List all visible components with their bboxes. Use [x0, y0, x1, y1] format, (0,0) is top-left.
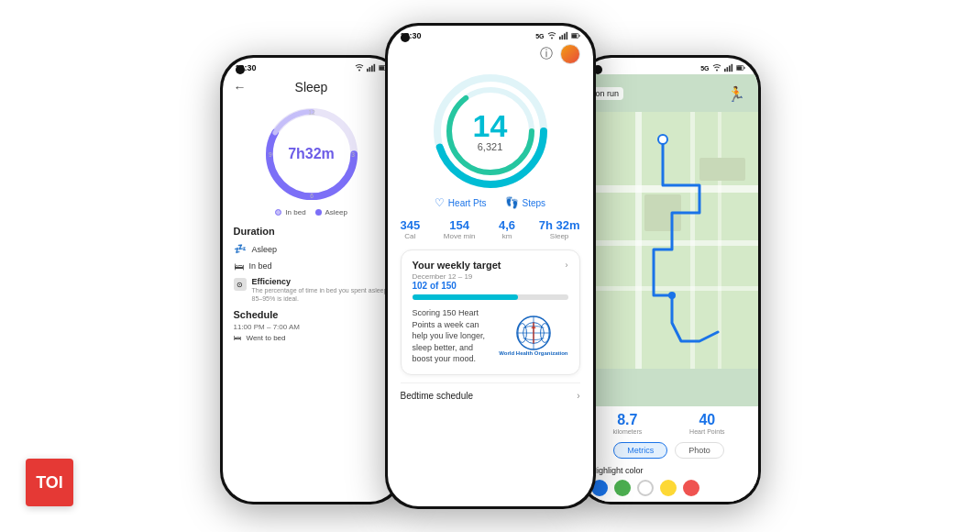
right-wifi-icon	[712, 63, 721, 72]
schedule-section-title: Schedule	[234, 309, 390, 320]
svg-rect-6	[379, 66, 384, 70]
sleep-time-overlay: 7h32m	[288, 146, 335, 162]
bedtime-chevron-icon: ›	[577, 391, 579, 401]
swatch-white[interactable]	[637, 480, 654, 496]
ring-overlay: 14 6,321	[473, 110, 508, 152]
map-area: on run 🏃	[580, 74, 758, 406]
photo-button[interactable]: Photo	[675, 442, 724, 459]
steps-icon: 👣	[505, 196, 519, 209]
svg-rect-3	[371, 66, 373, 72]
swatch-green[interactable]	[614, 480, 631, 496]
center-status-bar: 12:30 5G	[388, 26, 593, 42]
chevron-right-icon[interactable]: ›	[566, 260, 568, 270]
svg-point-0	[358, 70, 360, 72]
metrics-tabs: ♡ Heart Pts 👣 Steps	[401, 196, 580, 209]
weekly-card-title: Your weekly target	[413, 260, 501, 271]
progress-bar-fill	[413, 294, 519, 300]
ring-number: 14	[473, 110, 508, 141]
progress-label: 102 of 150	[413, 281, 568, 291]
screen-header: ← Sleep	[234, 74, 390, 98]
fit-screen: ⓘ 14 6,32	[388, 42, 593, 506]
map-background-svg	[580, 74, 758, 406]
efficiency-row: ⊙ Efficiency The percentage of time in b…	[234, 274, 390, 305]
left-status-bar: 12:30	[223, 58, 401, 74]
map-screen: on run 🏃 8.7 kilometers 40 Heart Points	[580, 74, 758, 502]
svg-rect-35	[724, 69, 726, 72]
svg-rect-4	[373, 64, 375, 72]
bedtime-row[interactable]: Bedtime schedule ›	[401, 382, 580, 408]
svg-text:12: 12	[308, 109, 315, 116]
steps-label: Steps	[523, 198, 546, 208]
asleep-icon: 💤	[234, 243, 247, 255]
sleep-screen: ← Sleep 12 3 6 9	[223, 74, 401, 502]
move-value: 154	[449, 218, 469, 232]
svg-rect-36	[726, 67, 728, 72]
map-buttons: Metrics Photo	[580, 438, 758, 462]
map-heart-value: 40	[699, 412, 715, 428]
sleep-stat: 7h 32m Sleep	[539, 218, 580, 240]
center-wifi-icon	[547, 31, 556, 40]
svg-rect-40	[736, 66, 742, 70]
map-label: on run	[591, 87, 624, 100]
km-unit: km	[502, 232, 512, 240]
center-battery-icon	[571, 31, 580, 40]
svg-rect-37	[729, 66, 731, 72]
efficiency-title: Efficiency	[252, 277, 390, 286]
efficiency-icon: ⊙	[234, 278, 247, 291]
who-label: World Health Organization	[499, 350, 567, 357]
right-battery-icon	[736, 63, 745, 72]
svg-rect-44	[580, 240, 758, 246]
fit-top-icons: ⓘ	[401, 42, 580, 68]
right-status-icons: 5G	[700, 63, 744, 72]
asleep-row: 💤 Asleep	[234, 240, 390, 258]
went-to-bed-label: Went to bed	[247, 334, 286, 342]
signal-icon	[367, 63, 376, 72]
weekly-body: Scoring 150 Heart Points a week can help…	[413, 307, 568, 365]
right-signal-icon	[724, 63, 733, 72]
weekly-text: Scoring 150 Heart Points a week can help…	[413, 307, 492, 365]
schedule-time: 11:00 PM – 7:00 AM	[234, 323, 390, 331]
svg-text:6: 6	[310, 193, 314, 199]
wifi-icon	[355, 63, 364, 72]
right-phone: 12:30 5G	[578, 55, 761, 504]
info-icon[interactable]: ⓘ	[540, 46, 553, 62]
avatar[interactable]	[560, 44, 580, 64]
svg-point-15	[551, 38, 553, 39]
scene: 12:30 ← Sleep	[0, 0, 980, 532]
map-km-unit: kilometers	[612, 428, 642, 435]
heart-pts-tab[interactable]: ♡ Heart Pts	[435, 196, 487, 209]
svg-rect-38	[731, 64, 732, 72]
inbed-label: In bed	[249, 261, 272, 271]
svg-point-34	[716, 70, 718, 72]
toi-label: TOI	[36, 473, 63, 493]
swatch-pink[interactable]	[683, 480, 699, 496]
steps-tab[interactable]: 👣 Steps	[505, 196, 546, 209]
svg-rect-19	[566, 32, 567, 39]
back-arrow-icon[interactable]: ←	[234, 80, 247, 94]
map-stats: 8.7 kilometers 40 Heart Points	[580, 406, 758, 438]
swatch-yellow[interactable]	[660, 480, 677, 496]
km-value: 4,6	[499, 218, 515, 232]
center-signal-icon	[559, 31, 568, 40]
inbed-icon: 🛏	[234, 260, 244, 272]
efficiency-desc: The percentage of time in bed you spent …	[252, 286, 390, 303]
map-heart-stat: 40 Heart Points	[689, 412, 725, 435]
map-km-stat: 8.7 kilometers	[612, 412, 642, 435]
svg-rect-1	[367, 69, 369, 72]
ring-steps: 6,321	[478, 141, 503, 152]
svg-text:3: 3	[351, 151, 355, 158]
inbed-row: 🛏 In bed	[234, 258, 390, 274]
who-emblem-svg	[516, 316, 551, 350]
metrics-button[interactable]: Metrics	[613, 442, 667, 459]
bedtime-label: Bedtime schedule	[401, 391, 474, 401]
left-status-icons	[355, 63, 388, 72]
cal-value: 345	[401, 218, 421, 232]
went-to-bed-row: 🛏 Went to bed	[234, 334, 390, 342]
highlight-title: Highlight color	[591, 466, 747, 475]
svg-rect-16	[559, 37, 561, 39]
svg-rect-45	[580, 286, 758, 291]
weekly-card-header: Your weekly target ›	[413, 260, 568, 271]
left-phone: 12:30 ← Sleep	[220, 55, 403, 504]
weekly-card: Your weekly target › December 12 – 19 10…	[401, 249, 580, 375]
bed-icon: 🛏	[234, 334, 241, 342]
